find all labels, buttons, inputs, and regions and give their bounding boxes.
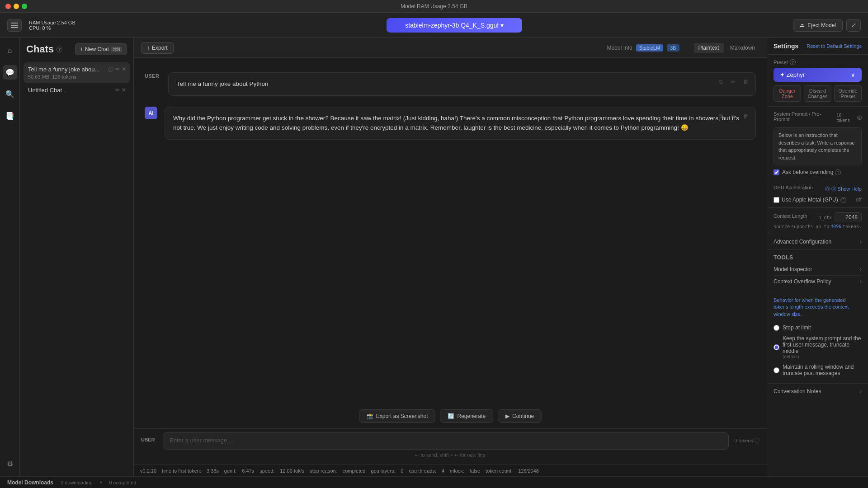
ctx-tag: n_ctx bbox=[818, 215, 832, 220]
tools-title: Tools bbox=[774, 254, 862, 261]
copy-icon[interactable]: ⧉ bbox=[716, 77, 726, 87]
ttft-value: 3.38s bbox=[207, 468, 219, 474]
chat-info-icon[interactable]: ⓘ bbox=[108, 66, 113, 74]
home-icon-btn[interactable]: ⌂ bbox=[3, 43, 17, 58]
ctx-header: Context Length n_ctx bbox=[774, 212, 862, 222]
system-prompt-text[interactable]: Below is an instruction that describes a… bbox=[774, 127, 862, 165]
chats-info-icon[interactable]: ? bbox=[57, 47, 62, 52]
chat-item[interactable]: Untitled Chat ✏ ✕ bbox=[24, 83, 130, 99]
settings-icon-btn[interactable]: ⚙ bbox=[3, 456, 17, 471]
reset-settings-button[interactable]: Reset to Default Settings bbox=[807, 43, 862, 49]
apple-metal-info-icon[interactable]: ? bbox=[840, 197, 846, 203]
apple-metal-checkbox[interactable] bbox=[774, 197, 779, 203]
overflow-radio-2[interactable] bbox=[774, 367, 779, 373]
override-preset-button[interactable]: Override Preset bbox=[834, 85, 862, 102]
danger-zone-button[interactable]: Danger Zone bbox=[774, 85, 801, 102]
regenerate-label: Regenerate bbox=[457, 413, 486, 419]
context-overflow-policy-item[interactable]: Context Overflow Policy › bbox=[774, 276, 862, 287]
advanced-config-chevron-icon: › bbox=[860, 239, 862, 245]
chat-item-actions: ✏ ✕ bbox=[115, 87, 126, 93]
stop-reason-value: completed bbox=[343, 468, 366, 474]
traffic-lights bbox=[5, 4, 27, 9]
show-help-icon: ⓪ bbox=[825, 186, 830, 192]
chat-edit-icon[interactable]: ✏ bbox=[115, 66, 120, 74]
conversation-notes-item[interactable]: Conversation Notes › bbox=[767, 384, 868, 399]
message-actions-ai: ⧉ ✏ 🗑 bbox=[716, 112, 751, 122]
edit-icon[interactable]: ✏ bbox=[728, 112, 738, 122]
minimize-button[interactable] bbox=[14, 4, 19, 9]
chat-edit-icon[interactable]: ✏ bbox=[115, 87, 120, 93]
apple-metal-state: off bbox=[856, 197, 862, 203]
search-icon-btn[interactable]: 🔍 bbox=[3, 87, 17, 101]
overflow-radio-0[interactable] bbox=[774, 325, 779, 331]
eject-label: Eject Model bbox=[807, 22, 836, 28]
new-chat-plus-icon: + bbox=[80, 46, 83, 52]
chat-icon-btn[interactable]: 💬 bbox=[3, 65, 17, 80]
delete-icon[interactable]: 🗑 bbox=[741, 112, 751, 122]
model-inspector-item[interactable]: Model Inspector › bbox=[774, 263, 862, 276]
regenerate-button[interactable]: 🔄 Regenerate bbox=[440, 409, 493, 423]
overflow-label-1: Keep the system prompt and the first use… bbox=[783, 335, 862, 354]
preset-select-button[interactable]: ✦ Zephyr ∨ bbox=[774, 68, 862, 82]
model-select-button[interactable]: stablelm-zephyr-3b.Q4_K_S.gguf ▾ bbox=[387, 18, 522, 33]
edit-icon[interactable]: ✏ bbox=[728, 77, 738, 87]
discard-changes-button[interactable]: Discard Changes bbox=[804, 85, 831, 102]
cpu-threads-value: 4 bbox=[442, 468, 444, 474]
overflow-option-2[interactable]: Maintain a rolling window and truncate p… bbox=[774, 361, 862, 379]
chat-item[interactable]: Tell me a funny joke abou... 50.63 MB, 1… bbox=[24, 62, 130, 83]
chat-item-actions: ⓘ ✏ ✕ bbox=[108, 66, 126, 74]
apple-metal-label: Use Apple Metal (GPU) ? bbox=[774, 197, 846, 203]
new-chat-button[interactable]: + New Chat ⌘N bbox=[75, 43, 127, 55]
mlock-label: mlock: bbox=[450, 468, 464, 474]
maximize-button[interactable] bbox=[22, 4, 27, 9]
ctx-hint: source supports up to 4096 tokens. bbox=[774, 224, 862, 229]
bookmark-icon-btn[interactable]: 📑 bbox=[3, 108, 17, 123]
copy-icon[interactable]: ⧉ bbox=[716, 112, 726, 122]
eject-model-button[interactable]: ⏏ Eject Model bbox=[793, 19, 843, 32]
show-help-label: ⓪ Show Help bbox=[831, 186, 862, 192]
delete-icon[interactable]: 🗑 bbox=[741, 77, 751, 87]
system-prompt-tokens: 18 tokens bbox=[836, 113, 856, 123]
show-help-button[interactable]: ⓪ ⓪ Show Help bbox=[825, 186, 862, 192]
ctx-input-group: n_ctx bbox=[818, 212, 862, 222]
message-input[interactable] bbox=[163, 432, 729, 450]
context-overflow-policy-label: Context Overflow Policy bbox=[774, 278, 831, 285]
continue-icon: ▶ bbox=[505, 413, 509, 419]
view-markdown-button[interactable]: Markdown bbox=[726, 43, 760, 53]
continue-button[interactable]: ▶ Continue bbox=[498, 409, 542, 423]
ram-label: RAM Usage bbox=[29, 20, 56, 25]
chat-delete-icon[interactable]: ✕ bbox=[122, 66, 126, 74]
chat-delete-icon[interactable]: ✕ bbox=[122, 87, 126, 93]
expand-icon[interactable]: ⤢ bbox=[846, 19, 861, 32]
advanced-config-label: Advanced Configuration bbox=[774, 239, 831, 245]
preset-label: Preset ? bbox=[774, 59, 862, 65]
new-chat-shortcut: ⌘N bbox=[111, 47, 122, 52]
view-plaintext-button[interactable]: Plaintext bbox=[694, 43, 724, 53]
close-button[interactable] bbox=[5, 4, 11, 9]
context-length-input[interactable] bbox=[835, 212, 862, 222]
ask-overriding-info-icon[interactable]: ? bbox=[835, 169, 841, 175]
overflow-label-0: Stop at limit bbox=[783, 324, 811, 331]
preset-info-icon[interactable]: ? bbox=[790, 59, 796, 65]
cpu-value: 0 % bbox=[42, 25, 51, 31]
overflow-label-1-wrapper: Keep the system prompt and the first use… bbox=[783, 335, 862, 359]
token-info-icon[interactable]: ⓘ bbox=[755, 437, 760, 444]
export-screenshot-button[interactable]: 📸 Export as Screenshot bbox=[359, 409, 436, 423]
icon-sidebar: ⌂ 💬 🔍 📑 ⚙ bbox=[0, 38, 20, 476]
overflow-option-0[interactable]: Stop at limit bbox=[774, 322, 862, 333]
overflow-radio-1[interactable] bbox=[774, 344, 779, 350]
input-role-label: USER bbox=[141, 432, 157, 442]
ram-info: RAM Usage 2.54 GB CPU: 0 % bbox=[29, 20, 75, 31]
export-button[interactable]: ↑ Export bbox=[141, 42, 174, 54]
advanced-configuration-row[interactable]: Advanced Configuration › bbox=[767, 234, 868, 250]
svg-rect-0 bbox=[11, 23, 18, 23]
gpu-layers-value: 0 bbox=[401, 468, 403, 474]
ai-message-text: Why did the Python programmer get stuck … bbox=[173, 115, 739, 131]
titlebar-title: Model RAM Usage 2.54 GB bbox=[401, 3, 467, 9]
overflow-option-1[interactable]: Keep the system prompt and the first use… bbox=[774, 333, 862, 361]
ask-before-overriding-checkbox[interactable] bbox=[774, 169, 779, 175]
sidebar-toggle[interactable] bbox=[7, 19, 22, 32]
new-chat-label: New Chat bbox=[85, 46, 109, 52]
speed-value: 12.00 tok/s bbox=[280, 468, 304, 474]
model-info-label: Model Info bbox=[607, 45, 632, 51]
